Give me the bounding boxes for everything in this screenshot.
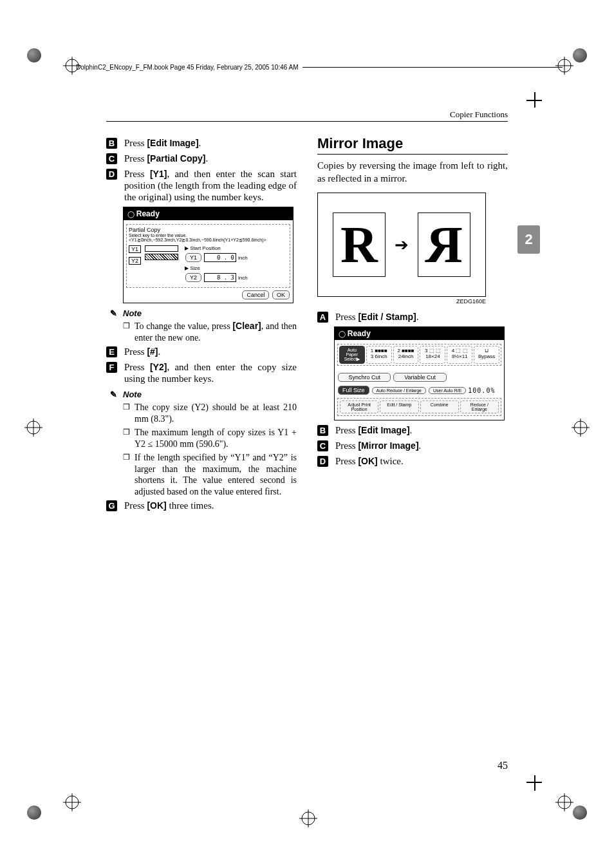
synchro-cut[interactable]: Synchro Cut: [338, 373, 391, 382]
tray-3[interactable]: 3 ⬚ ⬚ 18×24: [420, 346, 445, 364]
strip-y2: [145, 254, 178, 260]
y1-label: Y1: [129, 245, 141, 253]
reduce-enlarge[interactable]: Reduce / Enlarge: [460, 401, 499, 413]
registration-mark: [572, 419, 590, 437]
ok-button[interactable]: OK: [272, 290, 290, 299]
step-badge: D: [106, 169, 117, 180]
book-header: DolphinC2_ENcopy_F_FM.book Page 45 Frida…: [76, 62, 563, 72]
step-badge: G: [106, 500, 117, 511]
step-badge: A: [317, 312, 328, 323]
user-auto-re[interactable]: User Auto R/E: [429, 387, 466, 394]
step-2-r: B Press [Edit Image].: [317, 424, 508, 436]
arrow-icon: ➔: [395, 235, 409, 255]
note-item: To change the value, press [Clear], and …: [123, 321, 297, 343]
bypass[interactable]: ⊔ Bypass: [474, 346, 499, 364]
chapter-tab: 2: [517, 225, 540, 254]
tray-4[interactable]: 4 ⬚ ⬚ 8½×11: [447, 346, 472, 364]
panel-instr: Select key to enter the value.: [129, 233, 288, 238]
copy-main-panel: Ready Auto Paper Select▶ 1 ■■■■ 3 6inch …: [334, 326, 508, 420]
step-badge: B: [106, 138, 117, 149]
auto-reduce-enlarge[interactable]: Auto Reduce / Enlarge: [372, 387, 426, 394]
adjust-print-pos[interactable]: Adjust Print Position: [340, 401, 378, 413]
step-4: D Press [Y1], and then enter the scan st…: [106, 168, 297, 203]
section-title: Mirror Image: [317, 135, 508, 155]
step-badge: D: [317, 456, 328, 467]
running-rule: [106, 121, 508, 122]
step-3: C Press [Partial Copy].: [106, 153, 297, 164]
note-heading: Note: [123, 308, 297, 318]
note-item: The copy size (Y2) should be at least 21…: [123, 402, 297, 424]
note-heading: Note: [123, 390, 297, 399]
step-badge: B: [317, 425, 328, 436]
note-item: The maximum length of copy sizes is Y1 +…: [123, 427, 297, 449]
section-desc: Copies by reversing the image from left …: [317, 160, 508, 185]
corner-dot: [27, 806, 41, 820]
y2-button[interactable]: Y2: [185, 273, 201, 282]
crop-mark-v: [534, 775, 535, 791]
size-label: ▶ Size: [185, 265, 288, 271]
step-6: F Press [Y2], and then enter the copy si…: [106, 361, 297, 384]
corner-dot: [573, 806, 587, 820]
mirror-figure: R ➔ R: [317, 193, 486, 297]
step-badge: C: [106, 153, 117, 164]
partial-copy-panel: Ready Partial Copy Select key to enter t…: [123, 207, 297, 303]
running-head: Copier Functions: [450, 109, 508, 120]
step-badge: C: [317, 440, 328, 451]
step-4-r: D Press [OK] twice.: [317, 455, 508, 467]
book-info: DolphinC2_ENcopy_F_FM.book Page 45 Frida…: [76, 64, 302, 71]
corner-dot: [27, 48, 41, 62]
y2-value: 8 . 3: [204, 273, 236, 282]
figure-code: ZEDG160E: [317, 298, 486, 305]
crop-mark-v: [534, 92, 535, 108]
step-badge: F: [106, 362, 117, 373]
full-size[interactable]: Full Size: [338, 386, 369, 395]
registration-mark: [24, 419, 42, 437]
strip-y1: [145, 245, 178, 252]
corner-dot: [573, 48, 587, 62]
note-item: If the length specified by “Y1” and “Y2”…: [123, 452, 297, 497]
tray-2[interactable]: 2 ■■■■ 24inch: [393, 346, 419, 364]
y1-value: 0 . 0: [204, 253, 236, 262]
letter-R-normal: R: [333, 212, 386, 277]
step-2: B Press [Edit Image].: [106, 137, 297, 149]
y2-label: Y2: [129, 257, 141, 265]
edit-stamp[interactable]: Edit / Stamp: [380, 401, 418, 413]
step-3-r: C Press [Mirror Image].: [317, 440, 508, 451]
y1-button[interactable]: Y1: [185, 253, 201, 262]
cancel-button[interactable]: Cancel: [242, 290, 269, 299]
variable-cut[interactable]: Variable Cut: [393, 373, 446, 382]
step-1-r: A Press [Edit / Stamp].: [317, 311, 508, 323]
start-pos-label: ▶ Start Position: [185, 245, 288, 251]
ratio-display: 100.0%: [468, 387, 495, 394]
letter-R-mirrored: R: [418, 212, 470, 277]
step-7: G Press [OK] three times.: [106, 500, 297, 511]
page-number: 45: [498, 760, 508, 771]
registration-mark: [299, 809, 317, 827]
tray-1[interactable]: 1 ■■■■ 3 6inch: [366, 346, 392, 364]
step-badge: E: [106, 346, 117, 357]
panel-mode: Partial Copy: [129, 227, 288, 233]
auto-paper-select[interactable]: Auto Paper Select▶: [339, 346, 365, 364]
panel-title: Ready: [124, 207, 293, 220]
combine[interactable]: Combine: [420, 401, 459, 413]
registration-mark: [63, 793, 81, 811]
step-5: E Press [#].: [106, 346, 297, 357]
registration-mark: [555, 793, 573, 811]
panel-title: Ready: [335, 327, 504, 340]
panel-range: <Y1≧0inch,~592.3inch,Y2≧8.3inch,~590.6in…: [129, 238, 288, 243]
